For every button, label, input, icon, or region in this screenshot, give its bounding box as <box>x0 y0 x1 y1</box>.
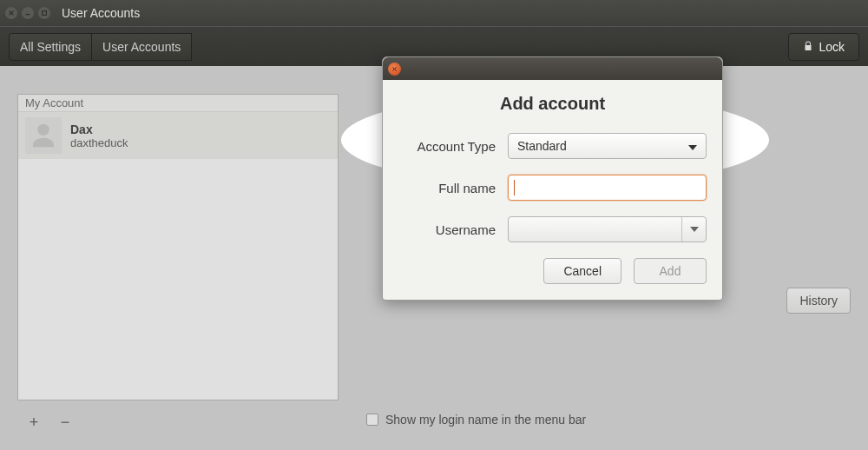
login-name-menubar-row: Show my login name in the menu bar <box>366 413 586 427</box>
minimize-window-button[interactable] <box>22 7 34 19</box>
text-cursor <box>514 180 515 195</box>
add-account-button[interactable]: + <box>26 414 42 430</box>
account-row[interactable]: Dax daxtheduck <box>18 112 338 159</box>
account-list-panel: My Account Dax daxtheduck <box>17 94 339 400</box>
remove-account-button[interactable]: − <box>57 414 73 430</box>
history-button[interactable]: History <box>786 288 851 314</box>
username-combo[interactable] <box>508 216 707 242</box>
breadcrumb-all-settings[interactable]: All Settings <box>9 33 92 61</box>
lock-button-label: Lock <box>819 40 845 54</box>
close-icon <box>391 66 398 72</box>
avatar <box>25 117 62 154</box>
maximize-window-button[interactable] <box>38 7 50 19</box>
account-username: daxtheduck <box>70 136 128 149</box>
account-type-value: Standard <box>517 139 567 153</box>
window-title: User Accounts <box>62 6 140 20</box>
login-name-menubar-label: Show my login name in the menu bar <box>385 413 586 427</box>
login-name-menubar-checkbox[interactable] <box>366 414 378 426</box>
account-type-select[interactable]: Standard <box>508 133 707 159</box>
breadcrumb-user-accounts[interactable]: User Accounts <box>91 33 192 61</box>
close-window-button[interactable] <box>5 7 17 19</box>
add-account-dialog: Add account Account Type Standard Full n… <box>382 56 723 301</box>
svg-rect-0 <box>43 11 47 16</box>
dialog-heading: Add account <box>398 94 707 114</box>
dialog-close-button[interactable] <box>388 63 401 76</box>
add-button[interactable]: Add <box>634 258 707 284</box>
user-icon <box>30 122 57 149</box>
full-name-label: Full name <box>398 181 496 195</box>
full-name-input[interactable] <box>508 175 707 201</box>
lock-icon <box>803 40 813 54</box>
account-names: Dax daxtheduck <box>70 122 128 149</box>
account-type-label: Account Type <box>398 139 496 154</box>
username-label: Username <box>398 222 496 237</box>
lock-button[interactable]: Lock <box>788 33 859 61</box>
window-titlebar: User Accounts <box>0 0 868 26</box>
cancel-button[interactable]: Cancel <box>543 258 621 284</box>
account-display-name: Dax <box>70 122 128 136</box>
chevron-down-icon <box>681 217 706 242</box>
chevron-down-icon <box>688 139 697 153</box>
account-list-footer: + − <box>17 409 82 435</box>
account-list-header: My Account <box>18 95 338 112</box>
dialog-titlebar <box>383 57 722 80</box>
